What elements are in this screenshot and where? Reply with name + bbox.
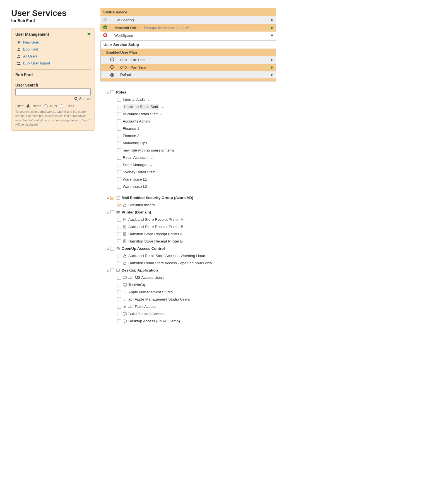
checkbox[interactable]: [117, 239, 121, 243]
checkbox[interactable]: [110, 210, 114, 214]
checkbox[interactable]: [117, 218, 121, 222]
tree-item[interactable]: Finance 2: [117, 132, 271, 140]
play-icon[interactable]: [271, 27, 273, 29]
tree-item[interactable]: Auckland Store Receipt Printer A: [117, 216, 271, 223]
tree-item[interactable]: Marketing Ops: [117, 140, 271, 147]
plan-radio[interactable]: [110, 65, 114, 69]
checkbox[interactable]: [117, 283, 121, 287]
checkbox[interactable]: [117, 290, 121, 294]
caret-icon[interactable]: [106, 267, 109, 273]
tree-item[interactable]: Auckland Retail Staff⌄: [117, 111, 271, 118]
service-row-msonline[interactable]: Microsoft Online Prerequisite Service: A…: [100, 24, 276, 32]
tree-item[interactable]: Store Manager⌄: [117, 161, 271, 169]
filter-email-radio[interactable]: [60, 104, 63, 108]
chevron-down-icon[interactable]: ⌄: [160, 111, 162, 117]
chevron-down-icon[interactable]: ⌄: [151, 155, 153, 161]
checkbox[interactable]: [117, 232, 121, 236]
caret-icon[interactable]: [106, 246, 109, 252]
tree-item[interactable]: SecurityOfficers: [117, 201, 271, 209]
checkbox[interactable]: [117, 127, 121, 131]
tree-item[interactable]: Hamilton Store Receipt Printer A: [117, 231, 271, 238]
tree-mesg[interactable]: Mail Enabled Security Group (Azure AD): [106, 194, 271, 201]
plan-row-parttime[interactable]: CTX - Part Time: [101, 64, 276, 71]
tree-item[interactable]: Retail Assistant⌄: [117, 154, 271, 161]
checkbox[interactable]: [117, 225, 121, 229]
checkbox[interactable]: [110, 90, 114, 94]
play-icon[interactable]: [271, 59, 273, 61]
checkbox[interactable]: [110, 268, 114, 272]
tree-item[interactable]: TestNoGrp: [117, 281, 271, 289]
checkbox[interactable]: [117, 203, 121, 207]
play-icon[interactable]: [271, 66, 273, 69]
caret-icon[interactable]: [106, 209, 109, 215]
tree-item[interactable]: Build Desktop Access: [117, 310, 271, 318]
nav-all-users[interactable]: All Users: [15, 53, 91, 60]
checkbox[interactable]: [117, 312, 121, 316]
tree-item[interactable]: Internal Audit⌄: [117, 96, 271, 103]
tree-item[interactable]: Warehouse L2: [117, 183, 271, 190]
tree-item[interactable]: Finance 1: [117, 125, 271, 132]
tree-item[interactable]: Auckland Store Receipt Printer B: [117, 223, 271, 231]
tree-item[interactable]: Apple Management Studio: [117, 289, 271, 296]
checkbox[interactable]: [117, 112, 121, 116]
chevron-down-icon[interactable]: ⌄: [147, 97, 150, 103]
tree-item[interactable]: Accounts Admin: [117, 118, 271, 125]
checkbox[interactable]: [117, 276, 121, 280]
collapse-icon[interactable]: [87, 33, 91, 35]
checkbox[interactable]: [110, 196, 114, 200]
filter-name-radio[interactable]: [27, 104, 30, 108]
checkbox[interactable]: [117, 185, 121, 189]
tree-item[interactable]: Hamilton Retail Staff⌄: [117, 103, 271, 111]
checkbox[interactable]: [117, 177, 121, 181]
nav-new-user[interactable]: ✱ New User: [15, 39, 91, 46]
checkbox[interactable]: [117, 148, 121, 152]
tree-desktop[interactable]: Desktop Application: [106, 267, 271, 274]
service-row-workspace[interactable]: WorkSpace: [100, 32, 276, 39]
play-icon[interactable]: [271, 73, 273, 76]
tree-item[interactable]: abr Paint Access: [117, 303, 271, 310]
nav-bob-ford[interactable]: Bob Ford: [15, 46, 91, 53]
plan-radio[interactable]: [110, 73, 114, 77]
tree-item[interactable]: abr MS Access Users: [117, 274, 271, 281]
filter-upn-radio[interactable]: [44, 104, 48, 108]
tree-item[interactable]: Desktop Access (CVAD Demo): [117, 318, 271, 325]
checkbox[interactable]: [117, 297, 121, 301]
checkbox[interactable]: [117, 254, 121, 258]
service-row-filesharing[interactable]: File Sharing: [100, 16, 276, 24]
chevron-down-icon[interactable]: ⌄: [150, 162, 152, 168]
tree-item[interactable]: Warehouse L1: [117, 176, 271, 183]
tree-access[interactable]: OpenUp Access Control: [106, 245, 271, 252]
tree-item[interactable]: new role with no users or items: [117, 147, 271, 154]
checkbox[interactable]: [117, 156, 121, 160]
chevron-down-icon[interactable]: ⌄: [157, 169, 160, 175]
caret-icon[interactable]: [106, 195, 109, 201]
caret-icon[interactable]: [106, 89, 109, 95]
tree-item[interactable]: abr Apple Management Studio Users: [117, 296, 271, 303]
checkbox[interactable]: [117, 98, 121, 102]
nav-bulk-import[interactable]: Bulk User Import: [15, 60, 91, 67]
plan-row-default[interactable]: Default: [101, 71, 276, 78]
search-input[interactable]: [15, 88, 91, 95]
checkbox[interactable]: [117, 170, 121, 174]
search-button[interactable]: Search: [15, 97, 91, 101]
tree-item[interactable]: Hamilton Retail Store Access - opening h…: [117, 260, 271, 267]
checkbox[interactable]: [117, 141, 121, 145]
expand-icon[interactable]: [271, 35, 273, 37]
checkbox[interactable]: [117, 119, 121, 123]
tree-item[interactable]: Auckland Retail Store Access - Opening H…: [117, 252, 271, 260]
tree-item[interactable]: Hamilton Store Receipt Printer B: [117, 238, 271, 245]
tree-roles[interactable]: Roles: [106, 89, 271, 96]
checkbox[interactable]: [117, 134, 121, 138]
checkbox[interactable]: [117, 305, 121, 309]
checkbox[interactable]: [117, 261, 121, 265]
checkbox[interactable]: [117, 319, 121, 323]
checkbox[interactable]: [117, 163, 121, 167]
play-icon[interactable]: [271, 19, 273, 21]
tree-item[interactable]: Sydney Retail Staff⌄: [117, 169, 271, 176]
checkbox[interactable]: [117, 105, 121, 109]
chevron-down-icon[interactable]: ⌄: [162, 104, 164, 110]
plan-radio[interactable]: [110, 57, 114, 61]
plan-row-fulltime[interactable]: CTX - Full Time: [101, 56, 276, 64]
tree-printer[interactable]: Printer (Domain): [106, 209, 271, 216]
checkbox[interactable]: [110, 247, 114, 251]
